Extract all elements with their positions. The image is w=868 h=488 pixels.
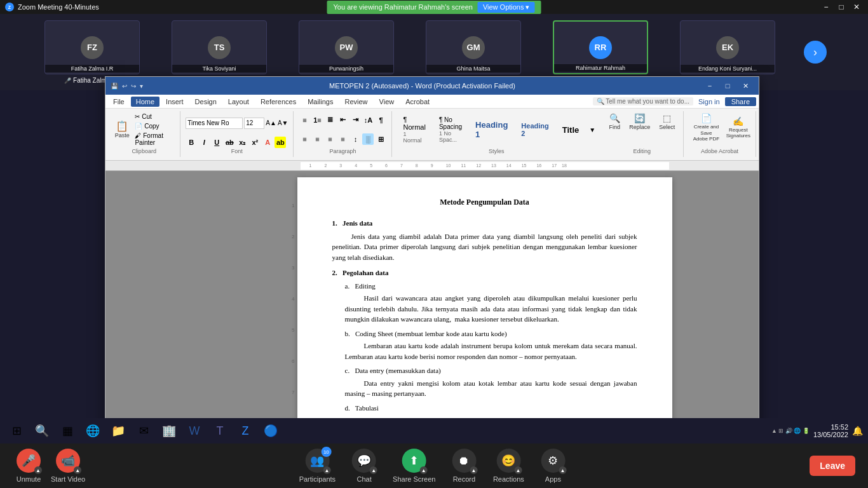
record-icon: ⏺ ▲ <box>452 449 476 473</box>
grow-font-button[interactable]: A▲ <box>266 119 276 126</box>
request-signatures-button[interactable]: ✍ RequestSignatures <box>726 111 750 144</box>
style-no-spacing[interactable]: ¶ No Spacing 1 No Spac... <box>433 117 468 142</box>
tell-me-input[interactable]: 🔍 Tell me what you want to do... <box>593 97 693 105</box>
decrease-indent-button[interactable]: ⇤ <box>337 114 348 126</box>
font-size-input[interactable] <box>244 118 264 129</box>
sign-in-button[interactable]: Sign in <box>698 98 720 105</box>
word-minimize-button[interactable]: − <box>702 80 718 92</box>
chat-button[interactable]: 💬 ▲ Chat <box>348 449 380 483</box>
menu-review[interactable]: Review <box>340 97 373 107</box>
multilevel-button[interactable]: ≣ <box>324 114 336 126</box>
unmute-button[interactable]: 🎤 ▲ Unmute <box>13 449 44 483</box>
replace-button[interactable]: 🔄 Replace <box>626 111 653 132</box>
edge-browser-button[interactable]: 🌐 <box>81 419 104 442</box>
word-undo-icon[interactable]: ↩ <box>122 83 127 90</box>
share-screen-label: Share Screen <box>393 475 435 483</box>
minimize-button[interactable]: − <box>820 2 832 12</box>
format-painter-button[interactable]: 🖌 Format Painter <box>132 132 175 147</box>
video-chevron-icon: ▲ <box>74 466 81 474</box>
mail-button[interactable]: ✉ <box>132 419 155 442</box>
word-share-button[interactable]: Share <box>725 97 756 106</box>
style-heading1[interactable]: Heading 1 <box>470 117 513 142</box>
participants-button[interactable]: 👥 10 ▲ Participants <box>299 449 336 483</box>
zoom-logo: Z <box>5 3 14 11</box>
notification-button[interactable]: 🔔 <box>852 426 863 436</box>
paste-button[interactable]: 📋 Paste <box>113 112 131 147</box>
search-button[interactable]: 🔍 <box>31 419 53 442</box>
bold-button[interactable]: B <box>186 137 197 148</box>
apps-icon: ⚙ ▲ <box>541 449 565 473</box>
next-participant-button[interactable]: › <box>804 41 827 64</box>
sort-button[interactable]: ↕A <box>362 114 374 126</box>
menu-layout[interactable]: Layout <box>223 97 254 107</box>
current-time: 15:52 <box>813 423 848 431</box>
menu-acrobat[interactable]: Acrobat <box>400 97 435 107</box>
participant-fatiha: FZ Fatiha Zalma I.R 🎤 Fatiha Zalma I.R <box>41 20 143 84</box>
menu-home[interactable]: Home <box>131 97 159 107</box>
menu-view[interactable]: View <box>374 97 400 107</box>
office-button[interactable]: 🏢 <box>158 419 180 442</box>
borders-button[interactable]: ⊞ <box>375 133 386 145</box>
reactions-button[interactable]: 😊 ▲ Reactions <box>492 449 524 483</box>
word-button[interactable]: W <box>183 419 206 442</box>
zoom-taskbar-button[interactable]: Z <box>234 419 257 442</box>
word-more-icon[interactable]: ▾ <box>140 83 143 90</box>
show-formatting-button[interactable]: ¶ <box>375 114 386 126</box>
ribbon-group-styles: ¶ Normal 1 Normal ¶ No Spacing 1 No Spac… <box>392 111 600 157</box>
font-name-input[interactable] <box>186 118 243 129</box>
line-spacing-button[interactable]: ↕ <box>349 133 361 145</box>
word-page[interactable]: Metode Pengumpulan Data 1. Jenis data Je… <box>297 177 672 420</box>
increase-indent-button[interactable]: ⇥ <box>349 114 361 126</box>
copy-button[interactable]: 📄 Copy <box>132 122 175 130</box>
taskview-button[interactable]: ▦ <box>56 419 79 442</box>
create-pdf-button[interactable]: 📄 Create and SaveAdobe PDF <box>689 111 723 144</box>
italic-button[interactable]: I <box>198 137 210 148</box>
font-color-button[interactable]: A <box>262 137 273 148</box>
record-icon-symbol: ⏺ <box>458 454 470 468</box>
word-restore-button[interactable]: □ <box>719 80 736 92</box>
menu-insert[interactable]: Insert <box>161 97 189 107</box>
start-video-button[interactable]: 📹 ▲ Start Video <box>51 449 85 483</box>
close-button[interactable]: ✕ <box>850 2 863 12</box>
underline-button[interactable]: U <box>211 137 222 148</box>
style-normal[interactable]: ¶ Normal 1 Normal <box>397 117 431 142</box>
shading-button[interactable]: ░ <box>362 133 374 145</box>
align-center-button[interactable]: ≡ <box>311 133 323 145</box>
leave-button[interactable]: Leave <box>810 456 855 476</box>
strikethrough-button[interactable]: ab <box>224 137 235 148</box>
menu-mailings[interactable]: Mailings <box>302 97 338 107</box>
view-options-button[interactable]: View Options ▾ <box>478 2 535 13</box>
menu-file[interactable]: File <box>108 97 130 107</box>
subsection-tabulasi: d. Tabulasi <box>345 403 637 414</box>
word-close-button[interactable]: ✕ <box>737 80 754 92</box>
doc-heading: Metode Pengumpulan Data <box>332 196 637 208</box>
styles-expand-button[interactable]: ▼ <box>589 126 595 133</box>
subscript-button[interactable]: x₂ <box>236 137 248 148</box>
word-save-icon[interactable]: 💾 <box>111 83 118 90</box>
chat-chevron-icon: ▲ <box>370 466 377 474</box>
align-left-button[interactable]: ≡ <box>299 133 310 145</box>
highlight-button[interactable]: ab <box>275 137 286 148</box>
teams-button[interactable]: T <box>208 419 231 442</box>
word-redo-icon[interactable]: ↪ <box>131 83 136 90</box>
superscript-button[interactable]: x² <box>249 137 261 148</box>
cut-button[interactable]: ✂ Cut <box>132 112 175 121</box>
select-button[interactable]: ⬚ Select <box>656 111 678 132</box>
justify-button[interactable]: ≡ <box>337 133 348 145</box>
start-button[interactable]: ⊞ <box>5 419 28 442</box>
align-right-button[interactable]: ≡ <box>324 133 336 145</box>
record-button[interactable]: ⏺ ▲ Record <box>448 449 480 483</box>
style-heading2[interactable]: Heading 2 <box>515 117 554 142</box>
menu-references[interactable]: References <box>255 97 301 107</box>
bullets-button[interactable]: ≡ <box>299 114 310 126</box>
maximize-button[interactable]: □ <box>835 2 848 12</box>
shrink-font-button[interactable]: A▼ <box>278 119 288 126</box>
find-button[interactable]: 🔍 Find <box>606 111 623 132</box>
chrome-button[interactable]: 🔵 <box>259 419 282 442</box>
style-title[interactable]: Title <box>557 117 585 142</box>
file-explorer-button[interactable]: 📁 <box>107 419 130 442</box>
menu-design[interactable]: Design <box>190 97 222 107</box>
share-screen-button[interactable]: ⬆ ▲ Share Screen <box>393 449 435 483</box>
apps-button[interactable]: ⚙ ▲ Apps <box>537 449 569 483</box>
numbering-button[interactable]: 1≡ <box>311 114 323 126</box>
